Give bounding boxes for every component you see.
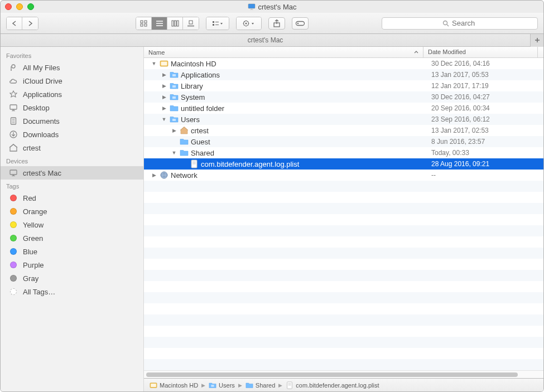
disclosure-triangle-icon[interactable]: ▼ [161,117,167,122]
file-name: Network [171,171,198,180]
disclosure-triangle-icon[interactable]: ▶ [151,172,157,178]
disclosure-triangle-icon[interactable]: ▼ [151,61,157,66]
svg-rect-1 [251,9,252,10]
arrange-group [206,17,229,30]
sysfolder-icon [209,381,216,389]
imac-icon [248,3,256,10]
svg-line-26 [244,21,244,22]
disclosure-triangle-icon[interactable]: ▶ [161,83,167,89]
file-date: 30 Dec 2016, 04:27 [429,93,543,101]
tag-dot-icon [10,248,17,255]
file-row[interactable]: ▶ untitled folder 20 Sep 2016, 00:34 [144,103,543,114]
path-item[interactable]: Shared [245,381,275,389]
search-input[interactable] [452,19,477,27]
desktop-icon [8,103,18,113]
file-row[interactable]: ▶ Applications 13 Jan 2017, 05:53 [144,69,543,80]
svg-rect-31 [296,21,305,25]
file-row[interactable]: ▶ crtest 13 Jan 2017, 02:53 [144,125,543,136]
arrange-button[interactable] [206,17,229,30]
sidebar-tag-red[interactable]: Red [1,191,143,205]
file-row[interactable]: ▼ Users 23 Sep 2016, 06:12 [144,114,543,125]
tags-button[interactable] [292,17,309,30]
column-date[interactable]: Date Modified [423,47,538,57]
sidebar-item-label: Downloads [23,130,59,139]
share-button[interactable] [268,17,285,30]
sidebar-item-all-my-files[interactable]: All My Files [1,61,143,74]
sidebar-item-label: crtest's Mac [23,169,61,177]
action-button[interactable] [237,17,261,30]
sidebar-tag-gray[interactable]: Gray [1,272,143,285]
finder-window: crtest's Mac [0,0,544,392]
search-icon [442,20,449,27]
sidebar-item-downloads[interactable]: Downloads [1,128,143,141]
disclosure-triangle-icon[interactable]: ▶ [161,94,167,100]
empty-row [144,292,543,303]
home-icon [8,143,18,153]
file-date: 30 Dec 2016, 04:16 [429,60,543,67]
sidebar-item-label: Blue [23,248,37,256]
sidebar-tag-yellow[interactable]: Yellow [1,218,143,231]
disclosure-triangle-icon[interactable]: ▼ [171,150,177,156]
new-tab-button[interactable] [530,34,543,47]
path-item[interactable]: com.bitdefender.agent.log.plist [286,381,379,389]
file-row[interactable]: ▶ Library 12 Jan 2017, 17:19 [144,80,543,91]
view-list-button[interactable] [152,17,167,30]
path-item[interactable]: Macintosh HD [150,381,198,389]
tags-header: Tags [1,180,143,191]
sidebar-item-desktop[interactable]: Desktop [1,101,143,114]
tag-dot-icon [10,235,17,241]
file-row[interactable]: ▼ Shared Today, 00:33 [144,147,543,158]
file-row[interactable]: ▶ System 30 Dec 2016, 04:27 [144,91,543,103]
file-row[interactable]: com.bitdefender.agent.log.plist 28 Aug 2… [144,158,543,170]
file-name: Shared [191,149,214,157]
sidebar-item-label: Applications [23,90,62,99]
sidebar-tag-purple[interactable]: Purple [1,258,143,272]
sidebar-item-label: Purple [23,261,44,269]
horizontal-scrollbar[interactable] [144,370,543,378]
sidebar-item-applications[interactable]: Applications [1,88,143,101]
sidebar-item-icloud-drive[interactable]: iCloud Drive [1,74,143,88]
file-row[interactable]: ▶ Network -- [144,170,543,181]
column-name[interactable]: Name [144,47,423,57]
file-date: 28 Aug 2016, 09:21 [429,160,543,168]
file-row[interactable]: ▼ Macintosh HD 30 Dec 2016, 04:16 [144,58,543,69]
sidebar-tag-blue[interactable]: Blue [1,245,143,258]
file-row[interactable]: Guest 8 Jun 2016, 23:57 [144,136,543,147]
empty-row [144,181,543,192]
sidebar-device-crtest-s-mac[interactable]: crtest's Mac [1,166,143,180]
view-columns-button[interactable] [167,17,183,30]
empty-row [144,203,543,214]
view-coverflow-button[interactable] [183,17,199,30]
forward-button[interactable] [22,17,38,30]
file-tree[interactable]: ▼ Macintosh HD 30 Dec 2016, 04:16 ▶ Appl… [144,58,543,370]
tab-title: crtest's Mac [1,36,530,44]
scrollbar-thumb[interactable] [146,372,518,377]
all-files-icon [8,62,18,72]
file-name: crtest [191,127,209,135]
tag-dot-icon [10,262,17,268]
path-separator-icon: ▶ [277,383,283,388]
path-item[interactable]: Users [209,381,235,389]
file-date: 23 Sep 2016, 06:12 [429,115,543,123]
hd-icon [160,59,169,68]
close-button[interactable] [5,3,12,10]
back-button[interactable] [7,17,22,30]
path-label: Users [219,382,235,389]
minimize-button[interactable] [16,3,23,10]
sidebar-tag-all-tags…[interactable]: All Tags… [1,285,143,298]
sidebar-item-documents[interactable]: Documents [1,114,143,128]
svg-line-29 [248,21,248,22]
sidebar-tag-orange[interactable]: Orange [1,205,143,218]
path-label: com.bitdefender.agent.log.plist [296,382,379,389]
disclosure-triangle-icon[interactable]: ▶ [161,105,167,111]
disclosure-triangle-icon[interactable]: ▶ [161,72,167,78]
sidebar-item-label: Gray [23,274,38,283]
tag-dot-icon [10,221,17,228]
zoom-button[interactable] [27,3,34,10]
disclosure-triangle-icon[interactable]: ▶ [171,128,177,133]
sidebar-item-crtest[interactable]: crtest [1,141,143,154]
sidebar-tag-green[interactable]: Green [1,231,143,245]
documents-icon [8,116,18,126]
view-icons-button[interactable] [136,17,152,30]
search-field[interactable] [382,17,538,30]
